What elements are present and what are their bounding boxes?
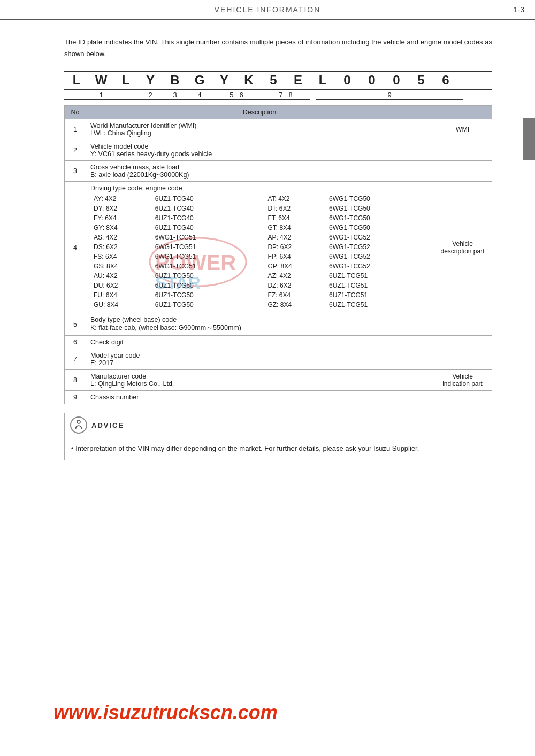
page-header: VEHICLE INFORMATION 1-3 bbox=[0, 0, 535, 20]
drv-row: FU: 6X4 6UZ1-TCG50 FZ: 6X4 6UZ1-TCG51 bbox=[91, 291, 427, 299]
drv-cell: GS: 8X4 bbox=[91, 262, 152, 271]
vin-group-2: 2 bbox=[138, 91, 163, 100]
vin-letter-14: 0 bbox=[384, 72, 409, 89]
drv-cell: AS: 4X2 bbox=[91, 233, 152, 242]
drv-row: GU: 8X4 6UZ1-TCG50 GZ: 8X4 6UZ1-TCG51 bbox=[91, 300, 427, 309]
drv-cell bbox=[255, 214, 265, 222]
drv-cell: 6UZ1-TCG51 bbox=[327, 300, 427, 309]
row-part-1: WMI bbox=[433, 119, 492, 140]
drv-cell: FY: 6X4 bbox=[91, 214, 152, 222]
row-desc-8: Manufacturer codeL: QingLing Motors Co.,… bbox=[86, 370, 433, 391]
drv-cell bbox=[255, 252, 265, 261]
website-text: www.isuzutruckscn.com bbox=[54, 701, 278, 723]
table-row: 2 Vehicle model codeY: VC61 series heavy… bbox=[65, 140, 492, 161]
row-no-5: 5 bbox=[65, 313, 86, 336]
table-header-no: No bbox=[65, 106, 86, 119]
advice-label: ADVICE bbox=[91, 421, 124, 429]
row-desc-5: Body type (wheel base) codeK: flat-face … bbox=[86, 313, 433, 336]
row-no-6: 6 bbox=[65, 336, 86, 349]
row-part-3 bbox=[433, 161, 492, 182]
drv-cell: 6UZ1-TCG50 bbox=[153, 300, 254, 309]
drv-cell bbox=[255, 195, 265, 203]
drv-row: FS: 6X4 6WG1-TCG51 FP: 6X4 6WG1-TCG52 bbox=[91, 252, 427, 261]
vin-group-1: 1 bbox=[64, 91, 138, 100]
drv-cell: 6UZ1-TCG50 bbox=[153, 272, 254, 280]
side-tab bbox=[523, 118, 535, 160]
table-row: 6 Check digit bbox=[65, 336, 492, 349]
row-part-9 bbox=[433, 391, 492, 404]
row-part-2 bbox=[433, 140, 492, 161]
row-part-6 bbox=[433, 336, 492, 349]
row-desc-9: Chassis number bbox=[86, 391, 433, 404]
drv-cell bbox=[255, 223, 265, 232]
drv-cell: GZ: 8X4 bbox=[265, 300, 326, 309]
vin-letter-16: 6 bbox=[433, 72, 458, 89]
page-number: 1-3 bbox=[503, 5, 524, 14]
drv-cell bbox=[255, 233, 265, 242]
vin-gap bbox=[310, 91, 316, 100]
drv-cell: FP: 6X4 bbox=[265, 252, 326, 261]
vin-letter-13: 0 bbox=[360, 72, 384, 89]
svg-point-3 bbox=[77, 420, 80, 423]
vin-letter-9: 5 bbox=[261, 72, 286, 89]
drv-row: AY: 4X2 6UZ1-TCG40 AT: 4X2 6WG1-TCG50 bbox=[91, 195, 427, 203]
vin-letter-8: K bbox=[236, 72, 261, 89]
row-desc-3: Gross vehicle mass, axle loadB: axle loa… bbox=[86, 161, 433, 182]
row-desc-6: Check digit bbox=[86, 336, 433, 349]
row-no-9: 9 bbox=[65, 391, 86, 404]
drv-cell: FU: 6X4 bbox=[91, 291, 152, 299]
drv-cell: FT: 6X4 bbox=[265, 214, 326, 222]
table-row: 8 Manufacturer codeL: QingLing Motors Co… bbox=[65, 370, 492, 391]
drv-cell: AU: 4X2 bbox=[91, 272, 152, 280]
drv-cell: 6WG1-TCG50 bbox=[327, 204, 427, 213]
row-no-8: 8 bbox=[65, 370, 86, 391]
table-header-part bbox=[433, 106, 492, 119]
vin-letter-10: E bbox=[286, 72, 310, 89]
drv-row: AU: 4X2 6UZ1-TCG50 AZ: 4X2 6UZ1-TCG51 bbox=[91, 272, 427, 280]
drv-cell bbox=[255, 243, 265, 251]
row-part-7 bbox=[433, 349, 492, 370]
drv-cell: 6WG1-TCG52 bbox=[327, 233, 427, 242]
vin-group-56: 5 6 bbox=[212, 91, 261, 100]
drv-cell: 6UZ1-TCG50 bbox=[153, 281, 254, 290]
footer-website: www.isuzutruckscn.com bbox=[54, 701, 278, 724]
drv-cell: 6WG1-TCG51 bbox=[153, 233, 254, 242]
drv-cell: 6WG1-TCG50 bbox=[327, 214, 427, 222]
drv-row: DS: 6X2 6WG1-TCG51 DP: 6X2 6WG1-TCG52 bbox=[91, 243, 427, 251]
drv-cell: DZ: 6X2 bbox=[265, 281, 326, 290]
row-desc-7: Model year codeE: 2017 bbox=[86, 349, 433, 370]
vin-letter-4: Y bbox=[138, 72, 163, 89]
advice-header: ADVICE bbox=[65, 413, 492, 437]
drv-cell: 6UZ1-TCG51 bbox=[327, 291, 427, 299]
row-desc-1: World Manufacturer Identifier (WMI)LWL: … bbox=[86, 119, 433, 140]
vin-letter-7: Y bbox=[212, 72, 236, 89]
drv-cell bbox=[255, 291, 265, 299]
vin-letter-12: 0 bbox=[335, 72, 360, 89]
driving-table: AY: 4X2 6UZ1-TCG40 AT: 4X2 6WG1-TCG50 DY… bbox=[90, 194, 429, 310]
table-row: 1 World Manufacturer Identifier (WMI)LWL… bbox=[65, 119, 492, 140]
vin-letter-2: W bbox=[89, 72, 113, 89]
vin-letter-5: B bbox=[163, 72, 187, 89]
drv-cell: AY: 4X2 bbox=[91, 195, 152, 203]
drv-cell: GT: 8X4 bbox=[265, 223, 326, 232]
vin-letters-row: L W L Y B G Y K 5 E L 0 0 0 5 6 bbox=[64, 71, 492, 90]
vin-letter-11: L bbox=[310, 72, 335, 89]
drv-cell: DP: 6X2 bbox=[265, 243, 326, 251]
info-table: No Description 1 World Manufacturer Iden… bbox=[64, 105, 492, 404]
advice-body: • Interpretation of the VIN may differ d… bbox=[65, 437, 492, 460]
vin-numbers-row: 1 2 3 4 5 6 7 8 bbox=[64, 91, 492, 100]
intro-paragraph: The ID plate indicates the VIN. This sin… bbox=[64, 36, 492, 60]
table-row: 3 Gross vehicle mass, axle loadB: axle l… bbox=[65, 161, 492, 182]
drv-cell: 6WG1-TCG50 bbox=[327, 195, 427, 203]
row-no-3: 3 bbox=[65, 161, 86, 182]
driving-title: Driving type code, engine code bbox=[90, 184, 429, 192]
drv-cell: 6WG1-TCG52 bbox=[327, 262, 427, 271]
row-no-4: 4 bbox=[65, 182, 86, 313]
row-part-5 bbox=[433, 313, 492, 336]
drv-cell bbox=[255, 300, 265, 309]
vin-group-3: 3 bbox=[163, 91, 187, 100]
main-content: The ID plate indicates the VIN. This sin… bbox=[0, 20, 535, 476]
row-desc-4: Driving type code, engine code AY: 4X2 6… bbox=[86, 182, 433, 313]
drv-cell: 6WG1-TCG52 bbox=[327, 243, 427, 251]
drv-cell: GP: 8X4 bbox=[265, 262, 326, 271]
